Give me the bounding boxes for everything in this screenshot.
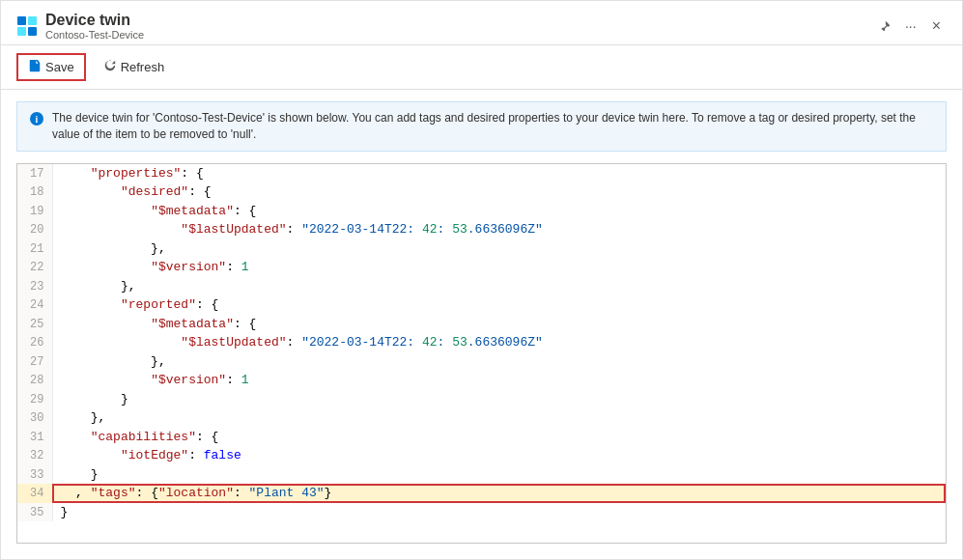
- table-row: 26 "$lastUpdated": "2022-03-14T22: 42: 5…: [17, 333, 946, 352]
- line-content: , "tags": {"location": "Plant 43"}: [52, 484, 946, 503]
- svg-rect-0: [17, 16, 26, 25]
- line-content: },: [52, 408, 946, 428]
- table-row: 21 },: [17, 239, 946, 259]
- line-number: 32: [17, 446, 52, 465]
- table-row: 27 },: [17, 352, 946, 372]
- line-number: 22: [17, 258, 52, 277]
- line-number: 31: [17, 428, 52, 447]
- svg-rect-3: [28, 27, 37, 36]
- title-area: Device twin Contoso-Test-Device: [16, 11, 144, 41]
- line-number: 28: [17, 371, 52, 390]
- table-row: 22 "$version": 1: [17, 258, 946, 277]
- code-table: 17 "properties": {18 "desired": {19 "$me…: [17, 164, 946, 522]
- toolbar: Save Refresh: [1, 45, 962, 90]
- save-label: Save: [45, 60, 74, 74]
- table-row: 23 },: [17, 277, 946, 296]
- table-row: 32 "iotEdge": false: [17, 446, 946, 465]
- line-number: 18: [17, 182, 52, 202]
- refresh-icon: [103, 59, 117, 75]
- line-content: "capabilities": {: [52, 428, 946, 447]
- line-content: },: [52, 277, 946, 296]
- table-row: 31 "capabilities": {: [17, 428, 946, 447]
- info-banner: i The device twin for 'Contoso-Test-Devi…: [16, 101, 947, 152]
- line-content: }: [52, 465, 946, 485]
- svg-text:i: i: [36, 114, 39, 125]
- save-icon: [28, 59, 42, 75]
- line-content: "$lastUpdated": "2022-03-14T22: 42: 53.6…: [52, 333, 946, 352]
- close-button[interactable]: ×: [926, 14, 947, 39]
- pin-icon: [878, 19, 892, 33]
- line-content: "$lastUpdated": "2022-03-14T22: 42: 53.6…: [52, 220, 946, 239]
- table-row: 20 "$lastUpdated": "2022-03-14T22: 42: 5…: [17, 220, 946, 239]
- info-icon: i: [29, 111, 44, 132]
- table-row: 33 }: [17, 465, 946, 485]
- line-content: "reported": {: [52, 295, 946, 315]
- line-content: }: [52, 390, 946, 409]
- svg-rect-1: [28, 16, 37, 25]
- line-content: "desired": {: [52, 182, 946, 202]
- svg-rect-2: [17, 27, 26, 36]
- line-content: },: [52, 352, 946, 372]
- panel-subtitle: Contoso-Test-Device: [45, 29, 144, 41]
- line-number: 29: [17, 390, 52, 409]
- table-row: 28 "$version": 1: [17, 371, 946, 390]
- line-number: 24: [17, 295, 52, 315]
- line-content: "$metadata": {: [52, 202, 946, 221]
- line-number: 25: [17, 315, 52, 334]
- line-number: 30: [17, 408, 52, 428]
- code-content: 17 "properties": {18 "desired": {19 "$me…: [17, 164, 946, 543]
- info-text: The device twin for 'Contoso-Test-Device…: [52, 110, 934, 143]
- title-text-block: Device twin Contoso-Test-Device: [45, 11, 144, 41]
- device-twin-panel: Device twin Contoso-Test-Device ··· ×: [0, 0, 963, 560]
- table-row: 19 "$metadata": {: [17, 202, 946, 221]
- table-row: 24 "reported": {: [17, 295, 946, 315]
- line-content: "$version": 1: [52, 371, 946, 390]
- line-number: 23: [17, 277, 52, 296]
- more-options-button[interactable]: ···: [901, 16, 921, 36]
- table-row: 29 }: [17, 390, 946, 409]
- table-row: 17 "properties": {: [17, 164, 946, 183]
- refresh-label: Refresh: [121, 60, 165, 74]
- refresh-button[interactable]: Refresh: [94, 55, 175, 79]
- line-number: 33: [17, 465, 52, 485]
- header-actions: ··· ×: [874, 14, 947, 39]
- line-number: 27: [17, 352, 52, 372]
- line-number: 19: [17, 202, 52, 221]
- table-row: 30 },: [17, 408, 946, 428]
- line-number: 21: [17, 239, 52, 259]
- panel-title: Device twin: [45, 11, 144, 29]
- line-number: 26: [17, 333, 52, 352]
- app-icon: [16, 15, 38, 37]
- line-content: "$metadata": {: [52, 315, 946, 334]
- line-content: "$version": 1: [52, 258, 946, 277]
- table-row: 18 "desired": {: [17, 182, 946, 202]
- line-number: 17: [17, 164, 52, 183]
- table-row: 25 "$metadata": {: [17, 315, 946, 334]
- line-content: "iotEdge": false: [52, 446, 946, 465]
- panel-header: Device twin Contoso-Test-Device ··· ×: [1, 1, 962, 45]
- line-content: "properties": {: [52, 164, 946, 183]
- line-content: },: [52, 239, 946, 259]
- line-number: 20: [17, 220, 52, 239]
- code-editor[interactable]: 17 "properties": {18 "desired": {19 "$me…: [16, 163, 947, 544]
- pin-button[interactable]: [874, 17, 895, 35]
- line-number: 34: [17, 484, 52, 503]
- line-content: }: [52, 503, 946, 522]
- table-row: 35}: [17, 503, 946, 522]
- line-number: 35: [17, 503, 52, 522]
- ellipsis-icon: ···: [905, 18, 917, 34]
- table-row: 34 , "tags": {"location": "Plant 43"}: [17, 484, 946, 503]
- save-button[interactable]: Save: [16, 53, 86, 81]
